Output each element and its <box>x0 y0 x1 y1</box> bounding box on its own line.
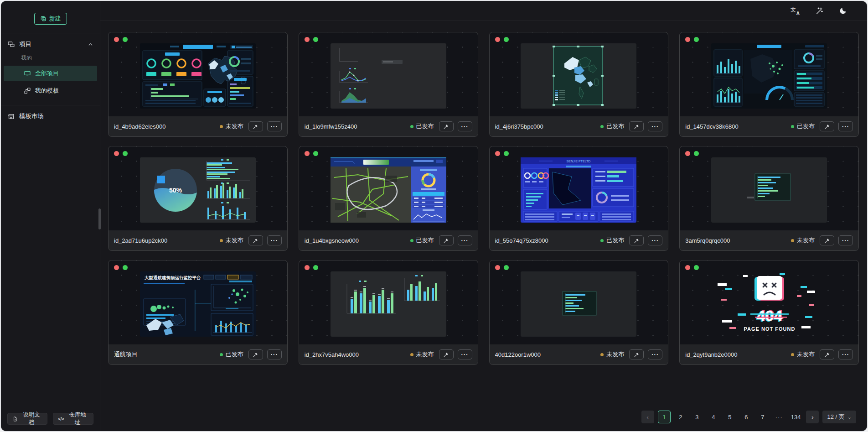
sidebar-item-label: 我的模板 <box>35 87 59 95</box>
templates-icon <box>24 87 31 94</box>
magic-wand-icon <box>815 7 823 15</box>
dark-mode-toggle-button[interactable] <box>839 7 847 15</box>
project-thumbnail[interactable]: SENJIE PTELTD <box>490 146 668 230</box>
sidebar-group-label: 我的 <box>1 54 100 62</box>
project-thumbnail[interactable] <box>680 146 858 230</box>
more-actions-button[interactable]: ··· <box>267 235 282 245</box>
sidebar-item-all-projects[interactable]: 全部项目 <box>4 66 97 81</box>
project-thumbnail[interactable]: 404 404 404 PAGE NOT FOUND <box>680 260 858 344</box>
pagination-prev-button[interactable]: ‹ <box>641 411 654 423</box>
edit-project-button[interactable] <box>629 235 644 245</box>
sidebar-resize-handle[interactable] <box>98 208 101 229</box>
chevron-up-icon[interactable] <box>88 42 93 47</box>
edit-project-button[interactable] <box>820 349 834 359</box>
red-dot-icon <box>685 265 690 270</box>
hammer-icon <box>443 352 449 358</box>
traffic-dots <box>305 37 318 42</box>
green-dot-icon <box>313 151 318 156</box>
more-actions-button[interactable]: ··· <box>267 349 282 359</box>
edit-project-button[interactable] <box>629 121 644 131</box>
project-thumbnail[interactable] <box>680 32 858 116</box>
red-dot-icon <box>495 151 500 156</box>
pagination-page-3[interactable]: 3 <box>691 411 703 423</box>
edit-project-button[interactable] <box>248 349 263 359</box>
status-dot <box>220 353 223 356</box>
status-label: 未发布 <box>416 350 434 359</box>
red-dot-icon <box>114 265 119 270</box>
sidebar-item-label: 项目 <box>19 40 31 48</box>
status-dot <box>600 125 604 128</box>
project-thumbnail[interactable] <box>299 146 478 230</box>
traffic-dots <box>305 151 318 156</box>
red-dot-icon <box>685 151 690 156</box>
document-icon <box>12 416 18 422</box>
status-badge: 未发布 <box>220 122 243 130</box>
project-thumbnail[interactable] <box>490 32 668 116</box>
sidebar-item-projects[interactable]: 项目 <box>1 35 100 53</box>
edit-project-button[interactable] <box>248 121 263 131</box>
edit-project-button[interactable] <box>439 349 454 359</box>
sidebar-divider <box>1 105 100 105</box>
pagination-ellipsis[interactable]: ··· <box>773 411 785 423</box>
green-dot-icon <box>123 151 128 156</box>
pagination-page-2[interactable]: 2 <box>674 411 687 423</box>
edit-project-button[interactable] <box>820 235 834 245</box>
status-label: 已发布 <box>797 122 815 130</box>
pagination-page-4[interactable]: 4 <box>707 411 720 423</box>
language-toggle-button[interactable]: 文 A <box>790 7 800 15</box>
sidebar-footer: 说明文档 </> 仓库地址 <box>1 406 100 431</box>
status-badge: 未发布 <box>600 350 624 359</box>
new-project-button[interactable]: 新建 <box>34 13 67 25</box>
project-card: SENJIE PTELTD <box>489 146 669 251</box>
card-footer: id_1457dcv38k6800 已发布 ··· <box>680 116 858 136</box>
project-title: id_1457dcv38k6800 <box>685 123 787 130</box>
more-actions-button[interactable]: ··· <box>267 121 282 131</box>
thumbnail-art-404-glitch: 404 404 404 PAGE NOT FOUND <box>711 271 827 337</box>
project-title: 通航项目 <box>114 350 216 359</box>
more-actions-button[interactable]: ··· <box>458 349 472 359</box>
edit-project-button[interactable] <box>820 121 834 131</box>
thumbnail-art-bar-charts <box>331 271 446 337</box>
edit-project-button[interactable] <box>439 121 454 131</box>
project-thumbnail[interactable] <box>299 32 478 116</box>
repository-button[interactable]: </> 仓库地址 <box>53 413 93 425</box>
project-title: id_4j6ri375bpc000 <box>495 123 597 130</box>
status-dot <box>410 239 413 242</box>
thumbnail-art-blue-dashboard: SENJIE PTELTD <box>521 157 636 223</box>
sidebar-item-my-templates[interactable]: 我的模板 <box>4 83 97 99</box>
pagination-page-7[interactable]: 7 <box>756 411 769 423</box>
theme-wand-button[interactable] <box>815 7 823 15</box>
edit-project-button[interactable] <box>248 235 263 245</box>
pagination-page-last[interactable]: 134 <box>789 411 803 423</box>
more-actions-button[interactable]: ··· <box>458 121 472 131</box>
project-card: id_4j6ri375bpc000 已发布 ··· <box>489 32 669 137</box>
status-label: 未发布 <box>226 236 243 245</box>
project-thumbnail[interactable] <box>490 260 668 344</box>
more-actions-button[interactable]: ··· <box>648 349 662 359</box>
traffic-dots <box>685 151 699 156</box>
project-thumbnail[interactable] <box>299 260 478 344</box>
page-size-select[interactable]: 12 / 页 ⌄ <box>822 411 856 423</box>
project-thumbnail[interactable]: 50% <box>108 146 287 230</box>
more-actions-button[interactable]: ··· <box>458 235 472 245</box>
project-thumbnail[interactable]: 大型通航建筑物运行监控平台 <box>108 260 287 344</box>
pagination-page-6[interactable]: 6 <box>740 411 753 423</box>
more-actions-button[interactable]: ··· <box>648 121 662 131</box>
status-badge: 未发布 <box>410 350 434 359</box>
green-dot-icon <box>313 37 318 42</box>
docs-button[interactable]: 说明文档 <box>7 413 47 425</box>
project-thumbnail[interactable] <box>108 32 287 116</box>
ellipsis-icon: ··· <box>461 124 469 129</box>
more-actions-button[interactable]: ··· <box>838 349 853 359</box>
pagination-page-5[interactable]: 5 <box>723 411 736 423</box>
pagination-page-1[interactable]: 1 <box>658 411 671 423</box>
more-actions-button[interactable]: ··· <box>838 235 853 245</box>
thumbnail-art-traffic-map <box>331 157 446 223</box>
more-actions-button[interactable]: ··· <box>838 121 853 131</box>
status-dot <box>410 353 413 356</box>
edit-project-button[interactable] <box>629 349 644 359</box>
more-actions-button[interactable]: ··· <box>648 235 662 245</box>
edit-project-button[interactable] <box>439 235 454 245</box>
sidebar-item-template-market[interactable]: 模板市场 <box>1 107 100 125</box>
pagination-next-button[interactable]: › <box>806 411 819 423</box>
